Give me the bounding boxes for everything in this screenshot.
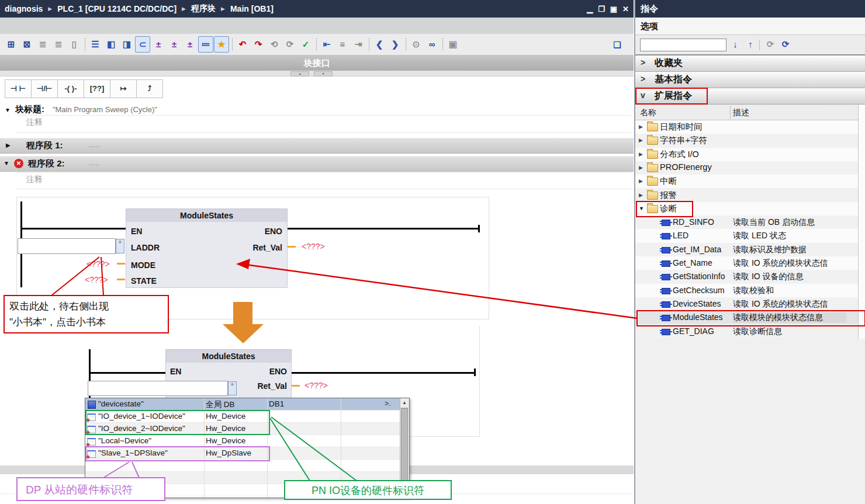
tree-instruction-LED[interactable]: LED读取 LED 状态 [635,229,865,242]
add-network-icon[interactable]: ⊞ [4,36,19,53]
profile-all-icon[interactable]: ⟳ [764,38,777,51]
chevron-right-icon[interactable]: > [641,74,645,84]
empty-box-button[interactable]: [??] [84,79,110,98]
tree-instruction-GetChecksum[interactable]: GetChecksum读取校验和 [635,284,865,297]
free-form-comments-icon[interactable]: ≔ [198,36,213,53]
modulestates-block2-header[interactable]: ModuleStates [165,349,292,364]
expand-triangle-icon[interactable]: ▶ [639,151,643,157]
operand-list-button[interactable]: ≡ [116,239,124,253]
expand-triangle-icon[interactable]: ▶ [639,124,643,130]
monitoring-glasses-icon[interactable]: ∞ [424,36,440,53]
data-lock-icon[interactable]: ▣ [445,36,461,53]
modulestates-block-body[interactable]: EN ENO LADDR Ret_Val MODE STATE [126,222,288,288]
expand-triangle-icon[interactable]: ▶ [6,142,11,148]
dropdown-row-Local~Device[interactable]: "Local~Device"Hw_Device [85,435,409,447]
close-icon[interactable]: ✕ [622,5,629,13]
compile-check-icon[interactable]: ✓ [298,36,313,53]
find-next-icon[interactable]: ↓ [729,38,742,51]
breadcrumb-program-blocks[interactable]: 程序块 [191,4,216,14]
breadcrumb-plc[interactable]: PLC_1 [CPU 1214C DC/DC/DC] [57,4,177,13]
expand-triangle-icon[interactable]: ▶ [639,165,643,171]
splitter-down-button[interactable]: ▼ [314,71,333,77]
tree-instruction-Get_IM_Data[interactable]: Get_IM_Data读取标识及维护数据 [635,243,865,256]
expand-triangle-icon[interactable]: ▶ [639,192,643,198]
open-contact-button[interactable]: ⊣ ⊢ [5,79,31,98]
breadcrumb-diagnosis[interactable]: diagnosis [5,4,43,13]
profile-filter-icon[interactable]: ⟳ [779,38,792,51]
block-title-value[interactable]: "Main Program Sweep (Cycle)" [53,105,157,114]
column-splitter[interactable] [730,106,731,119]
column-desc[interactable]: 描述 [733,107,749,118]
breadcrumb-main-ob1[interactable]: Main [OB1] [230,4,274,13]
tree-folder-日期和时间[interactable]: ▶日期和时间 [635,120,865,134]
retval2-placeholder[interactable]: <???> [305,381,328,390]
favorites-toolbar-icon[interactable]: ★ [214,36,229,53]
network-2-header[interactable]: ▼ ✕ 程序段 2: ..... [0,156,634,172]
mode-placeholder[interactable]: <???> [86,259,110,269]
laddr-operand-input[interactable] [18,238,116,254]
expand-triangle-icon[interactable]: ▶ [639,137,643,143]
insert-row-above-icon[interactable]: ≣ [35,36,50,53]
open-branch-button[interactable]: ↦ [110,79,136,98]
update-block-call-icon[interactable]: ⟲ [267,36,282,53]
insert-row-below-icon[interactable]: ≣ [51,36,66,53]
section-basic-instructions[interactable]: > 基本指令 [635,72,865,88]
retval-placeholder[interactable]: <???> [302,242,325,251]
options-section[interactable]: 选项 [635,18,865,35]
find-previous-icon[interactable]: ↑ [744,38,757,51]
operand-list-button[interactable]: ≡ [228,381,237,395]
block-interface-bar[interactable]: 块接口 [0,55,634,71]
coil-button[interactable]: -( )- [57,79,84,98]
maximize-icon[interactable]: ▣ [610,5,617,13]
tree-instruction-RD_SINFO[interactable]: RD_SINFO读取当前 OB 启动信息 [635,215,865,229]
keep-start-values-icon[interactable]: ▯ [67,36,82,53]
tree-instruction-Get_Name[interactable]: Get_Name读取 IO 系统的模块状态信 [635,256,865,270]
delete-network-icon[interactable]: ⊠ [19,36,34,53]
instruction-search-input[interactable] [640,39,726,51]
tree-instruction-GetStationInfo[interactable]: GetStationInfo读取 IO 设备的信息 [635,270,865,283]
find-in-block-icon[interactable]: ⊙ [409,36,424,53]
split-editor-icon[interactable]: ❏ [610,37,625,53]
expand-triangle-icon[interactable]: ▶ [639,178,643,184]
tree-folder-分布式 I/O[interactable]: ▶分布式 I/O [635,148,865,161]
modulestates-block-header[interactable]: ModuleStates [126,208,288,223]
closed-contact-button[interactable]: ⊣/⊢ [31,79,57,98]
laddr2-operand-input[interactable] [88,381,228,396]
symbolic-operands-icon[interactable]: ± [167,36,182,53]
interface-splitter[interactable]: ▲ ▼ [0,71,634,77]
column-name[interactable]: 名称 [640,107,656,118]
jump-forward-icon[interactable]: ❯ [387,36,403,53]
dropdown-row-devicestate[interactable]: "devicestate"全局 DBDB1>. [85,398,409,411]
panel-scrollbar[interactable] [858,105,865,339]
close-networks-icon[interactable]: ◨ [119,36,134,53]
scroll-up-icon[interactable]: ▲ [400,398,409,408]
block-comment[interactable]: 注释 [26,117,43,128]
call-environment-icon[interactable]: ≡ [335,36,350,53]
collapse-triangle-icon[interactable]: ▼ [4,160,9,166]
tree-folder-字符串+字符[interactable]: ▶字符串+字符 [635,134,865,147]
network-2-title-placeholder[interactable]: ..... [89,158,99,167]
collapse-networks-icon[interactable]: ◧ [103,36,119,53]
network-2-comment[interactable]: 注释 [26,175,43,185]
network-comments-icon[interactable]: ⊂ [135,36,150,53]
scrollbar-thumb[interactable] [401,408,408,486]
minimize-icon[interactable]: ▁ [587,5,593,13]
restore-icon[interactable]: ❐ [598,5,605,13]
tree-folder-中断[interactable]: ▶中断 [635,175,865,188]
dropdown-row-empty[interactable] [85,460,409,472]
network-1-title-placeholder[interactable]: ..... [89,140,99,149]
splitter-up-button[interactable]: ▲ [290,71,309,77]
chevron-right-icon[interactable]: > [641,58,645,67]
expand-networks-icon[interactable]: ☰ [88,36,103,53]
section-favorites[interactable]: > 收藏夹 [635,55,865,72]
skip-icon[interactable]: ⇥ [351,36,366,53]
tree-folder-PROFIenergy[interactable]: ▶PROFIenergy [635,161,865,175]
jump-back-icon[interactable]: ❮ [372,36,387,53]
close-branch-button[interactable]: ⤴ [136,79,163,98]
previous-error-icon[interactable]: ↶ [235,36,250,53]
collapse-triangle-icon[interactable]: ▼ [5,107,11,113]
state-placeholder[interactable]: <???> [85,275,108,284]
next-error-icon[interactable]: ↷ [251,36,266,53]
snapshot-icon[interactable]: ⟳ [282,36,297,53]
absolute-operands-icon[interactable]: ± [151,36,166,53]
